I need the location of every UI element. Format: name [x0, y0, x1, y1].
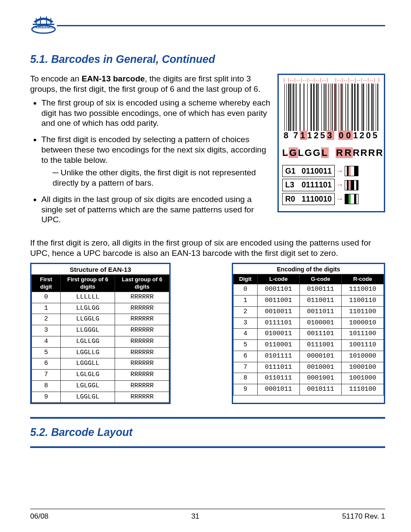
table-cell: RRRRRR — [115, 325, 169, 336]
table-cell: RRRRRR — [115, 347, 169, 358]
table-cell: 0010011 — [258, 306, 300, 317]
table-cell: 1100110 — [342, 296, 384, 307]
table-cell: 0001011 — [258, 384, 300, 395]
barcode-encoding-list: G10110011→L30111101→R01110010→ — [282, 165, 380, 205]
intro-text-a: To encode an — [30, 74, 81, 83]
table-cell: LGLLGG — [60, 336, 115, 347]
table-cell: 0111101 — [258, 317, 300, 329]
table-header: Last group of 6 digits — [115, 275, 169, 292]
table-row: 9LGGLGLRRRRRR — [32, 392, 169, 403]
table-cell: 0100011 — [258, 329, 300, 340]
table-cell: 0 — [234, 284, 258, 296]
bullet-item: The first group of six is encoded using … — [41, 98, 271, 128]
page: FAIRBANKS 5.1. Barcodes in General, Cont… — [0, 0, 411, 532]
barcode-digits: 8 711253 001205 — [282, 130, 380, 141]
table-cell: 1 — [234, 296, 258, 307]
table-row: 4LGLLGGRRRRRR — [32, 336, 169, 347]
table-caption: Encoding of the digits — [233, 264, 384, 274]
table-cell: 3 — [234, 317, 258, 329]
table-row: 0000110101001111110010 — [234, 284, 384, 296]
table-cell: LGGLLG — [60, 347, 115, 358]
tables-row: Structure of EAN-13 First digitFirst gro… — [30, 263, 385, 404]
table-cell: 0100001 — [299, 317, 342, 329]
table-header: R-code — [342, 274, 384, 284]
table-cell: LLGLGG — [60, 303, 115, 314]
table-row: 1LLGLGGRRRRRR — [32, 303, 169, 314]
footer-date: 06/08 — [30, 512, 49, 521]
section-title: 5.1. Barcodes in General, Continued — [30, 53, 385, 66]
table-cell: 0010111 — [299, 384, 342, 395]
table-cell: RRRRRR — [115, 392, 169, 403]
table-row: 6LGGGLLRRRRRR — [32, 358, 169, 370]
table-cell: 8 — [32, 380, 61, 392]
table-cell: 0110111 — [258, 373, 300, 384]
table-row: 2001001100110111101100 — [234, 306, 384, 317]
table-header: Digit — [234, 274, 258, 284]
table-row: 1001100101100111100110 — [234, 296, 384, 307]
table-header: First digit — [32, 275, 61, 292]
table-row: 8LGLGGLRRRRRR — [32, 380, 169, 392]
table-cell: 7 — [32, 370, 61, 381]
footer-doc-rev: 51170 Rev. 1 — [342, 512, 385, 521]
bullet-list: The first group of six is encoded using … — [30, 98, 271, 225]
table-cell: 1000100 — [342, 362, 384, 373]
table-row: 4010001100111011011100 — [234, 329, 384, 340]
table-cell: 0010001 — [299, 362, 342, 373]
header-row: FAIRBANKS — [30, 16, 385, 35]
table-cell: 0 — [32, 292, 61, 303]
table-cell: 6 — [234, 351, 258, 362]
table-cell: LGGLGL — [60, 392, 115, 403]
table-cell: 1001110 — [342, 340, 384, 351]
table-cell: RRRRRR — [115, 358, 169, 370]
table-cell: 1 — [32, 303, 61, 314]
table-cell: 1010000 — [342, 351, 384, 362]
table-row: 2LLGGLGRRRRRR — [32, 314, 169, 325]
header-rule — [57, 25, 385, 26]
table-cell: 3 — [32, 325, 61, 336]
table-cell: LLLLLL — [60, 292, 115, 303]
intro-para: To encode an EAN-13 barcode, the digits … — [30, 74, 271, 94]
table-cell: 0001101 — [258, 284, 300, 296]
table-cell: 6 — [32, 358, 61, 370]
table-cell: 9 — [234, 384, 258, 395]
table-cell: RRRRRR — [115, 380, 169, 392]
table-encoding: Encoding of the digits DigitL-codeG-code… — [232, 263, 385, 404]
table-cell: 0000101 — [299, 351, 342, 362]
table-cell: 1110010 — [342, 284, 384, 296]
bullet-text: The first digit is encoded by selecting … — [41, 135, 266, 165]
table-cell: 4 — [234, 329, 258, 340]
table-cell: 7 — [234, 362, 258, 373]
svg-text:FAIRBANKS: FAIRBANKS — [34, 25, 54, 29]
table-cell: LGLGGL — [60, 380, 115, 392]
table-cell: 0110001 — [258, 340, 300, 351]
table-cell: 1000010 — [342, 317, 384, 329]
table-row: 3LLGGGLRRRRRR — [32, 325, 169, 336]
table-row: 6010111100001011010000 — [234, 351, 384, 362]
after-paragraph: If the first digit is zero, all digits i… — [30, 238, 385, 258]
table-cell: 0101111 — [258, 351, 300, 362]
encoding-row: G10110011→ — [282, 165, 380, 177]
table-row: 8011011100010011001000 — [234, 373, 384, 384]
table-cell: RRRRRR — [115, 370, 169, 381]
table-cell: 2 — [32, 314, 61, 325]
table-cell: 0110011 — [299, 296, 342, 307]
table-row: 5LGGLLGRRRRRR — [32, 347, 169, 358]
table-cell: 5 — [32, 347, 61, 358]
sub-bullet-list: Unlike the other digits, the first digit… — [41, 168, 271, 188]
table-cell: 9 — [32, 392, 61, 403]
footer-page-number: 31 — [191, 512, 199, 521]
table-cell: RRRRRR — [115, 303, 169, 314]
intro-text-bold: EAN-13 barcode — [81, 74, 145, 83]
table-row: 9000101100101111110100 — [234, 384, 384, 395]
table-cell: 0111001 — [299, 340, 342, 351]
barcode-bars — [284, 84, 378, 131]
table-row: 0LLLLLLRRRRRR — [32, 292, 169, 303]
barcode-parity: -- LGLGGL RRRRRR — [282, 147, 380, 159]
table-cell: 5 — [234, 340, 258, 351]
barcode-top-marks: | |--|--|--|--|--|--| |--|--|--|--|--|--… — [282, 78, 380, 83]
table-cell: LLGGLG — [60, 314, 115, 325]
table-structure: Structure of EAN-13 First digitFirst gro… — [30, 263, 171, 404]
table-cell: 1110100 — [342, 384, 384, 395]
table-cell: 0111011 — [258, 362, 300, 373]
table-cell: RRRRRR — [115, 292, 169, 303]
